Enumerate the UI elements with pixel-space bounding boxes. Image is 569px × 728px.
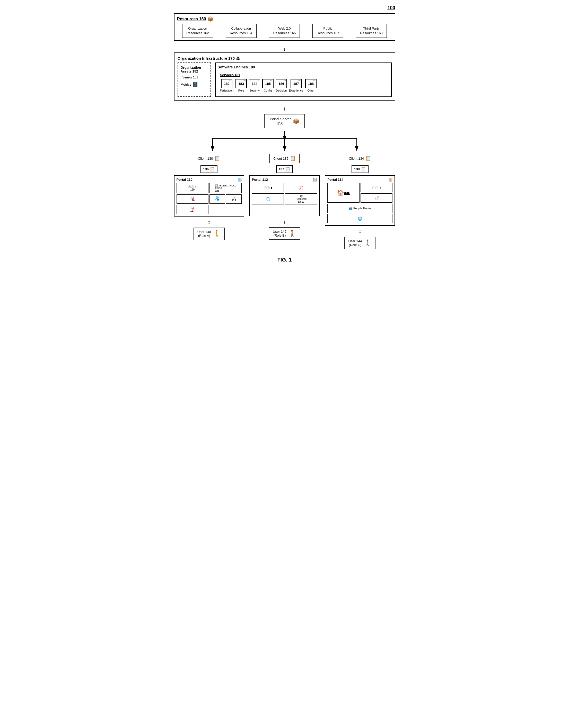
service-experience: ··· 187 Experience [289,79,303,92]
org-assets-section: OrganizationAssets 152 Sensor 153 Metric… [177,62,211,97]
client-132-icon: 📋 [290,156,296,161]
org-assets-label: OrganizationAssets 152 [181,66,208,73]
browser-138-num: 138 [354,167,360,171]
portal-110-box: Portal 110 🪟 🕐🕑 ⬆120 ℹ️ ABCDEFGHIJKLMNOP… [174,175,244,217]
portal-112-window-icon: 🪟 [313,178,317,182]
widget-120: 🕐🕑 ⬆120 [176,183,209,193]
client-130-icon: 📋 [214,156,220,161]
widget-group: 🌐122 📈124 [209,194,242,204]
client-130-column: Client 130 📋 ··· 136 📋 Portal 110 🪟 🕐🕑 ⬆… [174,154,244,249]
portal-server-section: Portal Server 150 📦 [174,114,395,128]
service-185-label: Config [264,89,272,92]
widget-128: ℹ️ ABCDEFGHIJKLMNOP ...128 [209,183,242,193]
widget-126: 📊126 [176,194,209,204]
service-other: ··· 188 Other [305,79,317,92]
page-number: 100 [174,5,395,11]
user-140-label: User 140 [197,230,211,234]
portal-112-chart: 📈 [285,183,317,192]
portal-server-number: 150 [270,121,291,125]
user-142-box: User 142 (Role B) 🚶 [269,227,300,240]
user-142-icon: 🚶 [289,230,296,237]
portal-112-resource-links: 📚ResourceLinks [285,193,317,204]
resources-list: OrganizationResources 162 CollaborationR… [177,24,392,38]
user-144-label: User 144 [348,239,362,243]
web2-resources-box: Web 2.0Resources 166 [269,24,300,38]
service-184-box: ··· 184 [249,79,260,88]
user-144-icon: 🚶 [364,239,372,247]
portal-114-window-icon: 🪟 [388,178,393,182]
portal-112-clock: 🕐🕑 ⬆ [252,183,284,192]
org-infra-title-text: Organization Infrastructure 170 [177,56,235,60]
portal-114-grid: 🏠🏘 🕐🕑 ⬆ 📈 👥 People Finder 🌐 [327,183,393,223]
service-186-box: ··· 186 [275,79,287,88]
service-182-label: Federation [220,89,234,92]
org-infra-inner: OrganizationAssets 152 Sensor 153 Metric… [177,62,392,97]
browser-136-icon: 📋 [210,167,215,172]
client-134-column: Client 134 📋 ··· 138 📋 Portal 114 🪟 🏠🏘 🕐… [325,154,395,249]
service-182-box: ··· 182 [221,79,232,88]
user-142-role: (Role B) [273,233,287,237]
browser-138-box: ··· 138 📋 [352,165,369,173]
portal-112-globe: 🌐 [252,193,284,204]
service-184-label: Security [249,89,260,92]
portal-110-grid: 🕐🕑 ⬆120 ℹ️ ABCDEFGHIJKLMNOP ...128 📊126 … [176,183,242,214]
service-187-label: Experience [289,89,303,92]
user-144-box: User 144 (Role C) 🚶 [344,237,376,249]
service-188-label: Other [307,89,315,92]
org-infrastructure-container: Organization Infrastructure 170 🖧 Organi… [174,52,395,101]
service-186-label: Decision [276,89,287,92]
resources-title: Resources 160 📦 [177,16,392,22]
client-134-icon: 📋 [366,156,371,161]
user-140-role: (Role A) [197,234,211,238]
sensor-box: Sensor 153 [181,75,208,80]
service-187-box: ··· 187 [291,79,302,88]
software-engines-section: Software Engines 180 Services 181 ··· 18… [215,62,392,97]
service-decision: ··· 186 Decision [275,79,287,92]
portal-112-titlebar: Portal 112 🪟 [252,178,317,182]
service-185-box: ··· 185 [262,79,273,88]
widget-122: 🌐122 [209,194,225,204]
client-132-label: Client 132 [273,157,289,160]
services-title: Services 181 [220,73,387,77]
service-config: ··· 185 Config [262,79,273,92]
widget-127: 📊127 [176,205,209,214]
service-role: ··· 183 Role [235,79,247,92]
user-142-text: User 142 (Role B) [273,230,287,237]
org-resources-box: OrganizationResources 162 [182,24,213,38]
infra-to-portal-arrow: ↕ [174,106,395,112]
clients-section: Client 130 📋 ··· 136 📋 Portal 110 🪟 🕐🕑 ⬆… [174,154,395,249]
client-134-label: Client 134 [349,157,364,160]
browser-137-box: ··· 137 📋 [276,165,293,173]
third-party-resources-box: Third PartyResources 168 [356,24,387,38]
portal-114-box: Portal 114 🪟 🏠🏘 🕐🕑 ⬆ 📈 👥 People Finder � [325,175,395,226]
services-list: ··· 182 Federation ··· 183 Role [220,79,387,92]
portal-110-titlebar: Portal 110 🪟 [176,178,242,182]
portal-114-house: 🏠🏘 [327,183,360,203]
resources-container: Resources 160 📦 OrganizationResources 16… [174,13,395,41]
portal-112-label: Portal 112 [252,178,268,182]
portal-server-cube-icon: 📦 [293,118,299,124]
portal112-to-user142-arrow: ↕ [283,219,286,225]
service-183-box: ··· 183 [235,79,247,88]
client-130-box: Client 130 📋 [194,154,224,163]
tree-connector-svg [174,131,395,151]
portal-112-box: Portal 112 🪟 🕐🕑 ⬆ 📈 🌐 📚ResourceLinks [249,175,320,216]
browser-136-box: ··· 136 📋 [200,165,217,173]
portal-114-label: Portal 114 [327,178,343,182]
resources-icon: 📦 [207,16,213,22]
portal110-to-user140-arrow: ↕ [208,219,210,225]
portal114-to-user144-arrow: ↕ [359,228,361,234]
client-132-box: Client 132 📋 [269,154,300,163]
service-federation: ··· 182 Federation [220,79,234,92]
user-140-box: User 140 (Role A) 🚶 [193,228,225,240]
client-130-label: Client 130 [198,157,213,160]
resources-title-text: Resources 160 [177,17,206,21]
browser-138-icon: 📋 [361,167,366,172]
user-144-text: User 144 (Role C) [348,239,362,247]
portal-server-label: Portal Server [270,117,291,121]
res-to-infra-arrow: ↕ [174,46,395,52]
browser-136-num: 136 [203,167,209,171]
metrics-row: Metrics 🗄️ [181,82,208,87]
portal-114-chart: 📈 [361,193,393,203]
portal-114-clock: 🕐🕑 ⬆ [361,183,393,192]
